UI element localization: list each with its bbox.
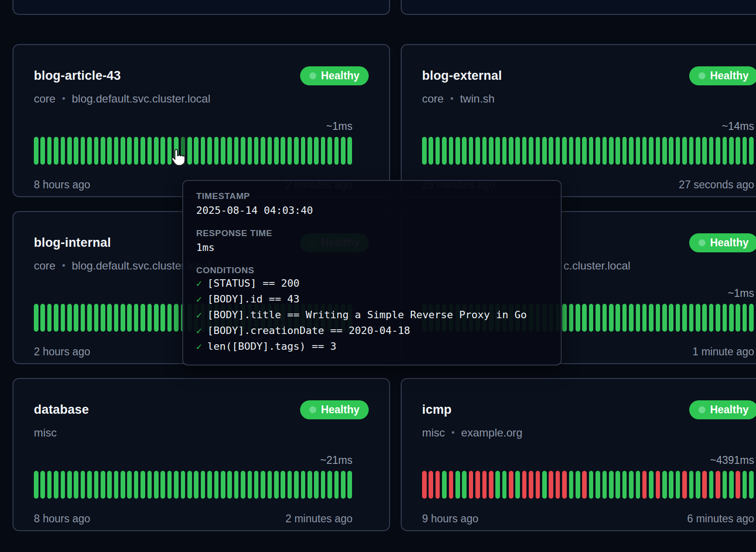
health-bar-success[interactable] — [449, 137, 454, 165]
health-bar-success[interactable] — [689, 304, 694, 332]
health-bar-success[interactable] — [669, 471, 673, 499]
health-bar-success[interactable] — [562, 304, 567, 332]
health-bar-success[interactable] — [54, 304, 58, 332]
health-bar-success[interactable] — [596, 137, 600, 165]
health-bar-success[interactable] — [602, 471, 607, 499]
health-bar-success[interactable] — [301, 137, 306, 165]
health-bar-success[interactable] — [462, 137, 467, 165]
health-bar-success[interactable] — [94, 304, 99, 332]
health-bar-success[interactable] — [201, 471, 205, 499]
health-bar-success[interactable] — [341, 137, 346, 165]
health-bar-success[interactable] — [422, 137, 427, 165]
health-bar-success[interactable] — [589, 304, 594, 332]
health-bar-success[interactable] — [234, 137, 239, 165]
health-bar-success[interactable] — [649, 137, 653, 165]
health-bar-success[interactable] — [114, 137, 119, 165]
health-bar-success[interactable] — [622, 304, 627, 332]
health-bar-success[interactable] — [187, 137, 192, 165]
health-bar-success[interactable] — [94, 471, 99, 499]
health-bar-failure[interactable] — [529, 471, 533, 499]
health-bar-success[interactable] — [67, 137, 72, 165]
health-bar-success[interactable] — [602, 137, 607, 165]
health-bar-success[interactable] — [214, 137, 219, 165]
health-bar-success[interactable] — [549, 137, 553, 165]
health-bar-success[interactable] — [442, 471, 447, 499]
health-bar-success[interactable] — [709, 471, 714, 499]
health-bar-success[interactable] — [495, 471, 500, 499]
health-bar-success[interactable] — [227, 471, 232, 499]
health-bar-success[interactable] — [40, 137, 45, 165]
health-bar-success[interactable] — [609, 137, 614, 165]
health-bar-success[interactable] — [736, 137, 740, 165]
health-bar-success[interactable] — [294, 137, 299, 165]
health-bar-success[interactable] — [94, 137, 99, 165]
health-bar-success[interactable] — [682, 137, 687, 165]
health-bar-success[interactable] — [107, 137, 112, 165]
health-bar-success[interactable] — [662, 471, 667, 499]
health-bar-failure[interactable] — [536, 471, 540, 499]
health-bar-success[interactable] — [221, 471, 225, 499]
health-bar-success[interactable] — [154, 304, 159, 332]
health-bar-success[interactable] — [40, 471, 45, 499]
health-bar-failure[interactable] — [549, 471, 553, 499]
health-bar-failure[interactable] — [736, 471, 740, 499]
health-bar-success[interactable] — [101, 471, 105, 499]
health-bar-failure[interactable] — [556, 471, 560, 499]
health-bar-success[interactable] — [562, 137, 567, 165]
health-bar-success[interactable] — [709, 137, 714, 165]
health-bar-success[interactable] — [274, 471, 279, 499]
health-bar-success[interactable] — [723, 471, 727, 499]
health-bar-success[interactable] — [729, 137, 734, 165]
health-bar-success[interactable] — [321, 471, 326, 499]
health-bar-success[interactable] — [160, 471, 165, 499]
health-bar-success[interactable] — [669, 137, 673, 165]
health-bar-success[interactable] — [301, 471, 306, 499]
health-bar-success[interactable] — [221, 137, 225, 165]
health-bar-failure[interactable] — [436, 471, 440, 499]
health-bar-failure[interactable] — [522, 471, 527, 499]
health-bar-success[interactable] — [294, 471, 299, 499]
health-bar-success[interactable] — [248, 137, 252, 165]
health-bar-success[interactable] — [656, 304, 660, 332]
health-bar-success[interactable] — [74, 304, 78, 332]
health-bar-success[interactable] — [636, 471, 641, 499]
health-bar-success[interactable] — [174, 304, 179, 332]
health-bar-success[interactable] — [107, 471, 112, 499]
health-bar-failure[interactable] — [656, 471, 660, 499]
health-bar-success[interactable] — [314, 471, 319, 499]
health-bar-success[interactable] — [455, 137, 460, 165]
health-bar-success[interactable] — [502, 471, 507, 499]
health-bar-success[interactable] — [696, 304, 700, 332]
health-bar-success[interactable] — [241, 471, 245, 499]
health-bar-success[interactable] — [702, 304, 707, 332]
health-bar-success[interactable] — [167, 471, 172, 499]
health-bar-success[interactable] — [87, 304, 92, 332]
health-bar-success[interactable] — [121, 471, 125, 499]
health-bar-success[interactable] — [334, 137, 339, 165]
health-bar-success[interactable] — [61, 471, 65, 499]
health-bar-success[interactable] — [254, 137, 259, 165]
health-bar-success[interactable] — [154, 471, 159, 499]
health-bar-failure[interactable] — [429, 471, 433, 499]
health-bar-success[interactable] — [121, 304, 125, 332]
health-bar-success[interactable] — [194, 137, 199, 165]
health-bar-success[interactable] — [662, 137, 667, 165]
health-bar-success[interactable] — [74, 471, 78, 499]
health-bar-success[interactable] — [147, 304, 152, 332]
health-bar-success[interactable] — [495, 137, 500, 165]
health-bar-success[interactable] — [729, 304, 734, 332]
health-bar-success[interactable] — [636, 137, 641, 165]
endpoint-card-blog-external[interactable]: blog-externalHealthycore•twin.sh~14ms25 … — [401, 44, 756, 197]
health-bar-success[interactable] — [187, 471, 192, 499]
health-bar-failure[interactable] — [422, 471, 427, 499]
health-bar-failure[interactable] — [682, 471, 687, 499]
health-bar-success[interactable] — [602, 304, 607, 332]
health-bar-success[interactable] — [167, 304, 172, 332]
health-bar-success[interactable] — [327, 471, 332, 499]
health-bar-success[interactable] — [47, 137, 52, 165]
health-bar-success[interactable] — [281, 471, 285, 499]
health-bar-success[interactable] — [676, 304, 680, 332]
health-bar-success[interactable] — [582, 137, 587, 165]
health-bar-success[interactable] — [241, 137, 245, 165]
health-bar-success[interactable] — [729, 471, 734, 499]
